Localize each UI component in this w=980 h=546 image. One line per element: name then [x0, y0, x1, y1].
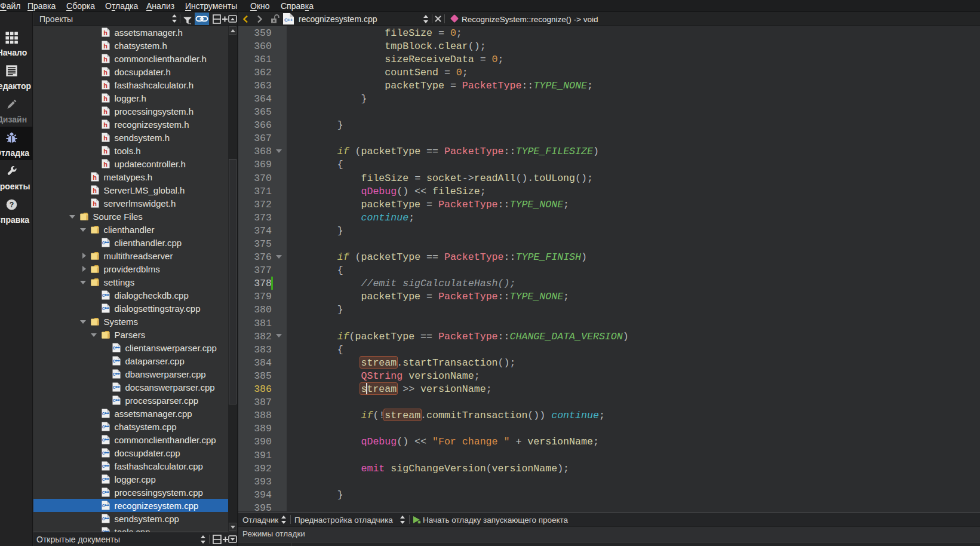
svg-text:C++: C++ [284, 17, 293, 23]
svg-text:h: h [103, 82, 107, 89]
svg-text:h: h [103, 121, 107, 128]
svg-text:h: h [93, 174, 97, 181]
svg-text:h: h [103, 95, 107, 102]
svg-text:h: h [93, 200, 97, 207]
svg-text:h: h [103, 42, 107, 50]
svg-text:h: h [103, 148, 107, 155]
svg-text:h: h [103, 134, 107, 142]
svg-text:h: h [103, 108, 107, 115]
svg-text:h: h [93, 187, 97, 194]
svg-text:?: ? [9, 201, 13, 209]
svg-text:h: h [103, 161, 107, 168]
svg-text:h: h [103, 29, 107, 36]
svg-text:h: h [103, 56, 107, 63]
svg-text:h: h [103, 69, 107, 76]
